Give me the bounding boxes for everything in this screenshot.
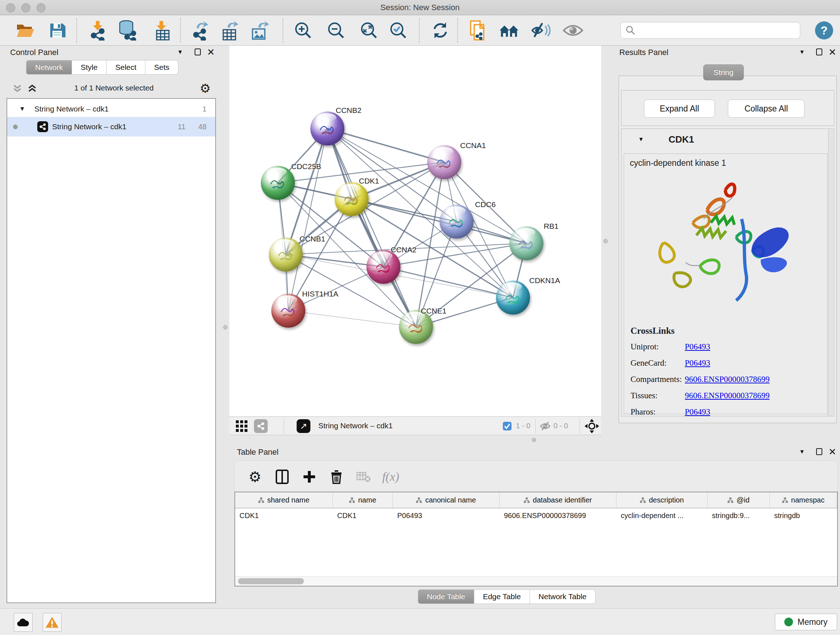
table-cell[interactable]: stringdb:9... xyxy=(707,508,770,524)
network-node-cdc6[interactable] xyxy=(439,204,474,239)
crosslink-link[interactable]: P06493 xyxy=(685,407,710,417)
selected-counts: 1 - 0 xyxy=(516,422,531,430)
import-table-icon[interactable] xyxy=(152,20,172,41)
table-cell[interactable]: cyclin-dependent ... xyxy=(616,508,707,524)
network-node-rb1[interactable] xyxy=(509,226,543,260)
left-splitter-handle[interactable] xyxy=(223,325,227,329)
detach-view-icon[interactable]: ↗ xyxy=(297,419,310,433)
crosslink-link[interactable]: 9606.ENSP00000378699 xyxy=(685,391,770,401)
network-node-cdc25b[interactable] xyxy=(261,166,295,200)
table-panel-float-icon[interactable]: ▼ xyxy=(799,448,805,455)
tab-edge-table[interactable]: Edge Table xyxy=(474,589,530,604)
tab-network-table[interactable]: Network Table xyxy=(530,589,596,604)
selected-checkbox-icon[interactable] xyxy=(502,421,512,431)
network-node-ccna2[interactable] xyxy=(366,250,401,284)
network-node-ccnb2[interactable] xyxy=(310,111,344,146)
help-button[interactable]: ? xyxy=(815,21,833,40)
copy-documents-icon[interactable] xyxy=(468,20,488,41)
network-canvas[interactable]: CCNB2CCNA1CDC25BCDK1CDC6RB1CCNB1CCNA2CDK… xyxy=(229,46,601,416)
table-hscrollbar[interactable] xyxy=(235,576,837,586)
network-node-ccna1[interactable] xyxy=(427,145,461,179)
tab-node-table[interactable]: Node Table xyxy=(418,589,474,604)
toolbar-separator xyxy=(283,18,283,43)
network-row[interactable]: String Network – cdk1 11 48 xyxy=(7,117,215,136)
node-label-ccna1: CCNA1 xyxy=(460,141,486,150)
collection-expander-icon[interactable]: ▼ xyxy=(19,105,25,112)
delete-column-icon[interactable] xyxy=(327,467,346,486)
cloud-button[interactable] xyxy=(14,613,33,632)
table-cell[interactable]: CDK1 xyxy=(333,508,393,524)
tab-string[interactable]: String xyxy=(703,65,744,80)
export-image-icon[interactable] xyxy=(249,20,270,41)
table-cell[interactable]: 9606.ENSP00000378699 xyxy=(500,508,616,524)
results-panel-close-icon[interactable]: ✕ xyxy=(829,48,836,57)
collapse-all-button[interactable]: Collapse All xyxy=(728,100,805,118)
zoom-selected-icon[interactable] xyxy=(388,20,409,41)
network-node-hist1h1a[interactable] xyxy=(271,294,305,328)
column-header-canonical-name[interactable]: canonical name xyxy=(393,492,500,508)
table-hscrollbar-thumb[interactable] xyxy=(238,578,304,584)
search-field[interactable] xyxy=(621,22,800,39)
table-row[interactable]: CDK1CDK1P064939606.ENSP00000378699cyclin… xyxy=(235,508,837,524)
network-node-ccnb1[interactable] xyxy=(269,238,303,272)
toolbar-separator xyxy=(180,18,181,43)
hide-glass-icon[interactable] xyxy=(531,20,551,41)
export-table-icon[interactable] xyxy=(220,20,240,41)
crosslink-link[interactable]: P06493 xyxy=(685,358,710,368)
column-header-description[interactable]: description xyxy=(616,492,707,508)
table-panel-close-icon[interactable]: ✕ xyxy=(829,447,836,456)
column-header-namespac[interactable]: namespac xyxy=(770,492,837,508)
warnings-button[interactable] xyxy=(43,613,62,632)
column-header-shared-name[interactable]: shared name xyxy=(235,492,333,508)
network-collection-row[interactable]: ▼ String Network – cdk1 1 xyxy=(7,101,215,117)
birds-eye-icon[interactable] xyxy=(584,419,599,433)
tab-network[interactable]: Network xyxy=(26,60,72,74)
import-network-file-icon[interactable] xyxy=(88,20,108,41)
show-eye-icon[interactable] xyxy=(563,20,583,41)
import-network-database-icon[interactable] xyxy=(117,20,137,41)
network-node-cdk1[interactable] xyxy=(335,182,369,216)
save-session-icon[interactable] xyxy=(47,20,67,41)
grid-view-icon[interactable] xyxy=(235,420,248,432)
table-cell[interactable]: CDK1 xyxy=(235,508,333,524)
column-header-name[interactable]: name xyxy=(333,492,393,508)
memory-button[interactable]: Memory xyxy=(775,614,837,630)
results-scrollbar[interactable] xyxy=(828,130,833,416)
column-header-database-identifier[interactable]: database identifier xyxy=(500,492,616,508)
hidden-counts: 0 - 0 xyxy=(554,422,568,430)
crosslink-link[interactable]: 9606.ENSP00000378699 xyxy=(685,375,770,384)
bottom-splitter-handle[interactable] xyxy=(532,438,536,442)
network-node-cdkn1a[interactable] xyxy=(496,280,530,315)
zoom-fit-icon[interactable] xyxy=(359,20,379,41)
protein-expander-icon[interactable]: ▼ xyxy=(638,136,644,143)
refresh-layout-icon[interactable] xyxy=(430,20,450,41)
table-panel-maximize-icon[interactable] xyxy=(816,448,822,455)
open-session-icon[interactable] xyxy=(15,20,35,41)
control-panel-close-icon[interactable]: ✕ xyxy=(207,48,215,57)
results-panel-float-icon[interactable]: ▼ xyxy=(799,49,805,55)
right-splitter-handle[interactable] xyxy=(603,239,608,243)
zoom-out-icon[interactable] xyxy=(326,20,346,41)
network-share-icon[interactable] xyxy=(254,419,268,433)
tab-sets[interactable]: Sets xyxy=(145,60,178,74)
string-home-icon[interactable] xyxy=(499,20,519,41)
crosslink-link[interactable]: P06493 xyxy=(685,342,710,352)
results-panel-maximize-icon[interactable] xyxy=(816,49,822,55)
search-input[interactable] xyxy=(639,23,800,38)
create-column-icon[interactable] xyxy=(300,467,319,486)
table-options-gear-icon[interactable]: ⚙ xyxy=(246,467,264,486)
network-options-gear-icon[interactable]: ⚙ xyxy=(200,81,210,96)
tab-select[interactable]: Select xyxy=(107,60,145,74)
control-panel-maximize-icon[interactable] xyxy=(195,49,201,55)
expand-all-button[interactable]: Expand All xyxy=(644,100,715,118)
column-header-@id[interactable]: @id xyxy=(707,492,770,508)
tab-style[interactable]: Style xyxy=(72,60,107,74)
show-columns-icon[interactable] xyxy=(273,467,292,486)
table-cell[interactable]: stringdb xyxy=(770,508,837,524)
control-panel-float-icon[interactable]: ▼ xyxy=(177,49,183,55)
zoom-in-icon[interactable] xyxy=(293,20,313,41)
crosslink-label: Pharos: xyxy=(624,407,685,417)
network-selection-status: 1 of 1 Network selected xyxy=(0,84,228,92)
export-network-icon[interactable] xyxy=(191,20,211,41)
table-cell[interactable]: P06493 xyxy=(393,508,500,524)
